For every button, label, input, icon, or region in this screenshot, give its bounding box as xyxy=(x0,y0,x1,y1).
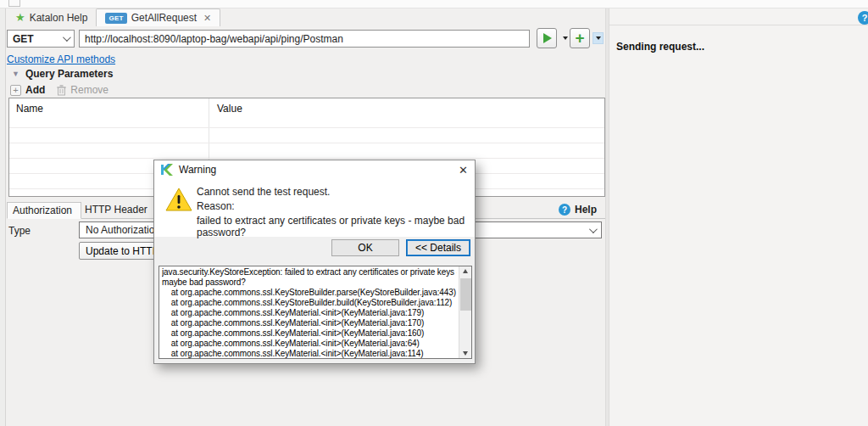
katalon-logo-icon xyxy=(161,164,173,176)
trash-icon xyxy=(57,85,66,96)
scrollbar[interactable] xyxy=(459,266,471,358)
send-request-button[interactable] xyxy=(537,28,557,48)
dialog-title-bar[interactable]: Warning ✕ xyxy=(154,160,475,179)
chevron-down-icon xyxy=(563,36,568,40)
add-request-button[interactable]: + xyxy=(570,28,590,48)
cropped-toolbar-fragment xyxy=(8,0,20,7)
tab-label: Katalon Help xyxy=(30,12,88,24)
response-pane: ? Sending request... xyxy=(609,8,868,426)
close-icon[interactable]: ✕ xyxy=(203,13,211,24)
chevron-down-icon xyxy=(63,33,71,42)
remove-parameter-button[interactable]: Remove xyxy=(57,84,108,96)
response-status-text: Sending request... xyxy=(616,41,704,53)
help-label: Help xyxy=(575,204,597,216)
tab-http-header[interactable]: HTTP Header xyxy=(81,202,154,218)
get-method-badge: GET xyxy=(105,13,126,24)
column-header-value[interactable]: Value xyxy=(217,103,242,115)
help-icon[interactable]: ? xyxy=(858,11,868,25)
scroll-up-icon[interactable] xyxy=(463,269,468,273)
add-parameter-button[interactable]: + Add xyxy=(10,84,45,96)
dialog-reason-text: failed to extract any certificates or pr… xyxy=(197,215,475,238)
tab-katalon-help[interactable]: ★ Katalon Help xyxy=(7,8,96,26)
stack-trace-box[interactable]: java.security.KeyStoreException: failed … xyxy=(159,266,472,359)
query-parameters-header[interactable]: ▼ Query Parameters xyxy=(12,68,113,80)
dialog-title: Warning xyxy=(179,164,216,176)
help-link[interactable]: ? Help xyxy=(559,204,597,216)
chevron-down-icon xyxy=(596,36,601,40)
query-parameters-title: Query Parameters xyxy=(25,68,113,80)
ok-button[interactable]: OK xyxy=(331,239,399,256)
response-pane-divider xyxy=(609,25,868,25)
editor-tab-bar: ★ Katalon Help GET GetAllRequest ✕ xyxy=(7,8,605,26)
type-label: Type xyxy=(8,225,31,237)
question-mark-icon: ? xyxy=(559,204,570,216)
warning-triangle-icon xyxy=(165,188,192,212)
tab-getallrequest[interactable]: GET GetAllRequest ✕ xyxy=(96,8,220,26)
close-icon[interactable]: ✕ xyxy=(459,164,468,177)
scrollbar-thumb[interactable] xyxy=(460,278,471,311)
table-row[interactable] xyxy=(9,127,604,128)
katalon-studio-window: ★ Katalon Help GET GetAllRequest ✕ GET + xyxy=(0,0,868,426)
dialog-reason-label: Reason: xyxy=(197,200,235,212)
left-rail xyxy=(0,8,6,426)
authorization-type-value: No Authorization xyxy=(86,224,160,236)
plus-icon: + xyxy=(10,85,21,96)
http-method-select[interactable]: GET xyxy=(7,30,75,48)
column-header-name[interactable]: Name xyxy=(16,103,43,115)
table-row[interactable] xyxy=(9,158,604,159)
chevron-down-icon xyxy=(589,225,598,233)
remove-label: Remove xyxy=(70,84,108,96)
tab-label: GetAllRequest xyxy=(131,12,197,24)
details-button[interactable]: << Details xyxy=(406,239,470,256)
customize-api-methods-link[interactable]: Customize API methods xyxy=(7,53,115,65)
warning-dialog: Warning ✕ Cannot send the test request. … xyxy=(153,160,476,364)
stack-trace-text: java.security.KeyStoreException: failed … xyxy=(162,267,457,358)
query-parameters-toolbar: + Add Remove xyxy=(10,83,108,97)
request-url-input[interactable] xyxy=(79,30,530,48)
plus-icon: + xyxy=(575,31,584,46)
http-method-value: GET xyxy=(13,33,34,45)
window-top-strip xyxy=(0,0,868,8)
dialog-message: Cannot send the test request. xyxy=(197,186,330,198)
table-row[interactable] xyxy=(9,143,604,143)
tab-authorization[interactable]: Authorization xyxy=(7,202,81,219)
star-icon: ★ xyxy=(15,12,25,23)
collapse-triangle-icon: ▼ xyxy=(12,70,19,78)
add-options-dropdown[interactable] xyxy=(593,32,604,44)
scroll-down-icon[interactable] xyxy=(463,351,468,356)
add-label: Add xyxy=(25,84,45,96)
play-icon xyxy=(543,33,552,43)
